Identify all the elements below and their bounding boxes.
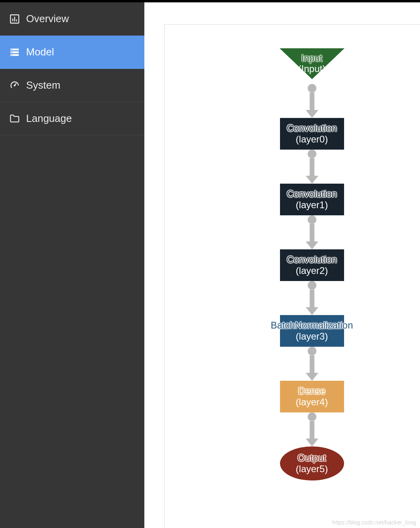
graph-node-convolution[interactable]: Convolution (layer0) (280, 118, 344, 150)
graph-node-name: (Input) (280, 64, 344, 74)
main-content: Input (Input) Convolution (layer0) Convo… (144, 2, 420, 528)
graph-edge (306, 281, 318, 315)
svg-point-8 (11, 51, 12, 52)
bar-chart-icon (9, 13, 21, 25)
sidebar-item-system[interactable]: System (0, 69, 144, 102)
sidebar: Overview Model System (0, 2, 144, 528)
sidebar-item-label: Overview (26, 13, 69, 25)
graph-edge (306, 150, 318, 184)
graph-edge (306, 347, 318, 381)
graph-node-name: (layer3) (296, 331, 328, 342)
graph-node-type: Convolution (287, 188, 337, 199)
graph-node-type: Input (280, 53, 344, 64)
graph-node-type: Convolution (287, 123, 337, 134)
svg-point-9 (11, 54, 12, 55)
graph-node-convolution[interactable]: Convolution (layer1) (280, 184, 344, 215)
graph-node-name: (layer1) (296, 199, 328, 211)
graph-edge (306, 84, 318, 118)
model-graph-panel[interactable]: Input (Input) Convolution (layer0) Convo… (164, 24, 420, 528)
graph-node-name: (layer2) (296, 265, 328, 276)
graph-edge (306, 412, 318, 446)
sidebar-item-label: Model (26, 46, 54, 58)
graph-node-input[interactable]: Input (Input) (280, 48, 344, 79)
graph-node-type: Convolution (287, 254, 337, 265)
graph-node-name: (layer4) (296, 397, 328, 408)
sidebar-item-overview[interactable]: Overview (0, 2, 144, 36)
graph-node-convolution[interactable]: Convolution (layer2) (280, 249, 344, 281)
graph-node-type: Output (297, 452, 326, 463)
graph-node-name: (layer0) (296, 134, 328, 145)
sidebar-item-label: System (26, 79, 61, 91)
graph-node-output[interactable]: Output (layer5) (280, 446, 344, 481)
svg-rect-11 (15, 83, 17, 85)
sidebar-item-label: Language (26, 112, 72, 125)
graph-edge (306, 215, 318, 249)
graph-node-batchnorm[interactable]: BatchNormalization (layer3) (280, 315, 344, 347)
graph-node-dense[interactable]: Dense (layer4) (280, 381, 344, 412)
dashboard-icon (9, 80, 21, 91)
graph-node-type: Dense (298, 386, 325, 397)
graph-node-name: (layer5) (296, 463, 328, 475)
svg-point-7 (11, 49, 12, 49)
graph-node-type: BatchNormalization (271, 320, 353, 331)
folder-icon (9, 113, 21, 125)
layers-icon (9, 46, 21, 58)
sidebar-item-language[interactable]: Language (0, 102, 144, 135)
sidebar-item-model[interactable]: Model (0, 36, 144, 69)
